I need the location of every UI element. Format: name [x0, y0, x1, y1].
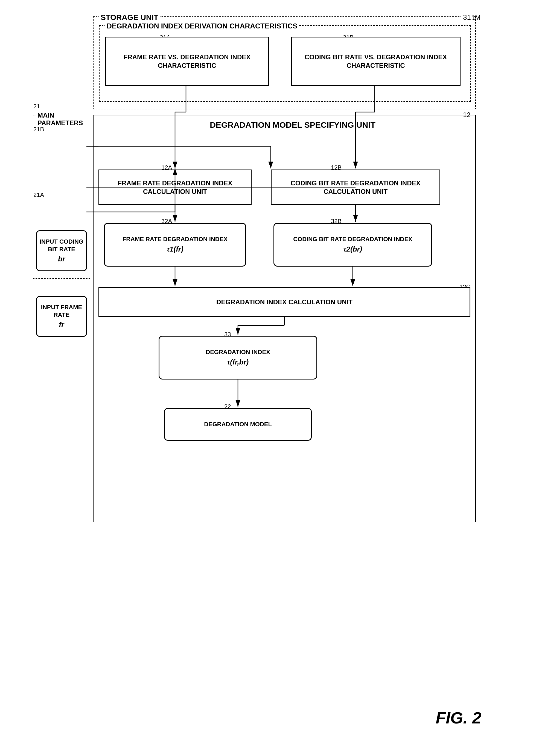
ref-31: 31 — [461, 13, 473, 22]
deriv-char-box: DEGRADATION INDEX DERIVATION CHARACTERIS… — [99, 25, 471, 102]
frame-rate-deg-index-box: FRAME RATE DEGRADATION INDEX τ1(fr) — [104, 223, 246, 267]
deriv-char-label: DEGRADATION INDEX DERIVATION CHARACTERIS… — [105, 22, 299, 30]
input-frame-rate-label: INPUT FRAME RATE — [39, 304, 84, 319]
tau-fr-br: τ(fr,br) — [227, 358, 249, 367]
ref-21b: 21B — [33, 126, 44, 133]
tau1-fr: τ1(fr) — [167, 245, 183, 254]
deg-index-calc-box: DEGRADATION INDEX CALCULATION UNIT — [98, 287, 470, 317]
deg-index-box: DEGRADATION INDEX τ(fr,br) — [158, 336, 317, 380]
coding-bit-rate-deg-index-box: CODING BIT RATE DEGRADATION INDEX τ2(br) — [273, 223, 432, 267]
storage-unit-box: STORAGE UNIT 31 DEGRADATION INDEX DERIVA… — [93, 16, 476, 109]
fr-variable: fr — [59, 320, 64, 330]
main-params-label: MAIN PARAMETERS — [36, 112, 90, 127]
br-variable: br — [58, 255, 65, 264]
frame-rate-deg-idx-calc-label: FRAME RATE DEGRADATION INDEX CALCULATION… — [102, 179, 248, 196]
deg-model-label: DEGRADATION MODEL — [204, 420, 272, 428]
storage-unit-label: STORAGE UNIT — [99, 13, 160, 22]
fig-label: FIG. 2 — [435, 709, 481, 727]
ref-12: 12 — [463, 111, 470, 119]
coding-bit-rate-char-box: CODING BIT RATE VS. DEGRADATION INDEX CH… — [291, 37, 461, 86]
frame-rate-char-label: FRAME RATE VS. DEGRADATION INDEX CHARACT… — [109, 53, 266, 70]
ref-21a: 21A — [33, 191, 44, 199]
deg-model-box: DEGRADATION MODEL — [164, 408, 312, 441]
main-params-box: MAIN PARAMETERS 21 21B INPUT CODING BIT … — [33, 115, 90, 279]
deg-index-label: DEGRADATION INDEX — [206, 348, 270, 356]
tau2-br: τ2(br) — [344, 245, 362, 254]
coding-bit-rate-deg-index-label: CODING BIT RATE DEGRADATION INDEX — [293, 235, 412, 243]
deg-index-calc-label: DEGRADATION INDEX CALCULATION UNIT — [216, 298, 352, 306]
input-frame-rate-box: INPUT FRAME RATE fr — [36, 296, 87, 337]
coding-bit-rate-char-label: CODING BIT RATE VS. DEGRADATION INDEX CH… — [295, 53, 457, 70]
input-coding-bit-rate-label: INPUT CODING BIT RATE — [39, 238, 84, 254]
input-coding-bit-rate-box: INPUT CODING BIT RATE br — [36, 230, 87, 271]
deg-model-spec-label: DEGRADATION MODEL SPECIFYING UNIT — [170, 120, 416, 130]
coding-bit-rate-deg-idx-calc-box: CODING BIT RATE DEGRADATION INDEX CALCUL… — [271, 170, 440, 205]
coding-bit-rate-deg-idx-calc-label: CODING BIT RATE DEGRADATION INDEX CALCUL… — [274, 179, 437, 196]
frame-rate-deg-index-label: FRAME RATE DEGRADATION INDEX — [123, 235, 228, 243]
ref-21: 21 — [33, 103, 40, 110]
frame-rate-char-box: FRAME RATE VS. DEGRADATION INDEX CHARACT… — [105, 37, 269, 86]
frame-rate-deg-idx-calc-box: FRAME RATE DEGRADATION INDEX CALCULATION… — [98, 170, 252, 205]
